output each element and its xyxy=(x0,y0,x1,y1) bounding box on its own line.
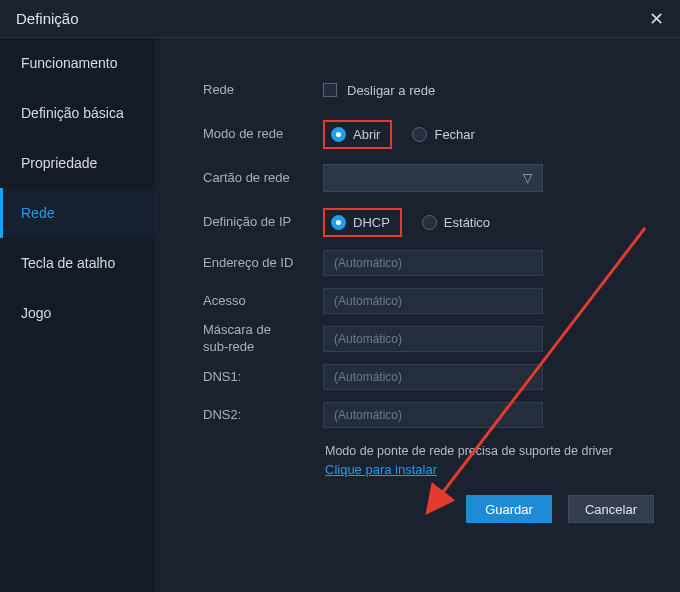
label-network-mode: Modo de rede xyxy=(203,126,323,143)
checkbox-icon xyxy=(323,83,337,97)
sidebar-item-label: Rede xyxy=(21,205,54,221)
placeholder-text: (Automático) xyxy=(334,370,402,384)
row-dns1: DNS1: (Automático) xyxy=(155,358,680,396)
sidebar-item-propriedade[interactable]: Propriedade xyxy=(0,138,155,188)
radio-label: Estático xyxy=(444,215,490,230)
dns2-input[interactable]: (Automático) xyxy=(323,402,543,428)
install-driver-link[interactable]: Clique para instalar xyxy=(325,462,437,477)
label-line2: sub-rede xyxy=(203,339,254,354)
placeholder-text: (Automático) xyxy=(334,408,402,422)
save-button[interactable]: Guardar xyxy=(466,495,552,523)
radio-label: DHCP xyxy=(353,215,390,230)
sidebar-item-funcionamento[interactable]: Funcionamento xyxy=(0,38,155,88)
sidebar-item-definicao-basica[interactable]: Definição básica xyxy=(0,88,155,138)
radio-mode-close[interactable]: Fechar xyxy=(412,127,474,142)
button-label: Guardar xyxy=(485,502,533,517)
sidebar-item-rede[interactable]: Rede xyxy=(0,188,155,238)
radio-label: Fechar xyxy=(434,127,474,142)
placeholder-text: (Automático) xyxy=(334,294,402,308)
label-access: Acesso xyxy=(203,293,323,310)
button-label: Cancelar xyxy=(585,502,637,517)
radio-dot-icon xyxy=(422,215,437,230)
row-rede: Rede Desligar a rede xyxy=(155,68,680,112)
id-address-input[interactable]: (Automático) xyxy=(323,250,543,276)
sidebar-item-jogo[interactable]: Jogo xyxy=(0,288,155,338)
close-icon[interactable]: ✕ xyxy=(649,8,664,30)
button-row: Guardar Cancelar xyxy=(155,477,680,523)
disable-network-checkbox-wrap[interactable]: Desligar a rede xyxy=(323,83,435,98)
radio-dot-icon xyxy=(412,127,427,142)
radio-mode-open[interactable]: Abrir xyxy=(331,127,380,142)
label-rede: Rede xyxy=(203,82,323,99)
label-subnet: Máscara de sub-rede xyxy=(203,322,323,356)
subnet-input[interactable]: (Automático) xyxy=(323,326,543,352)
row-subnet: Máscara de sub-rede (Automático) xyxy=(155,320,680,358)
label-line1: Máscara de xyxy=(203,322,271,337)
label-dns1: DNS1: xyxy=(203,369,323,386)
radio-label: Abrir xyxy=(353,127,380,142)
network-card-select[interactable]: ▽ xyxy=(323,164,543,192)
dialog-body: Funcionamento Definição básica Proprieda… xyxy=(0,38,680,592)
row-network-card: Cartão de rede ▽ xyxy=(155,156,680,200)
access-input[interactable]: (Automático) xyxy=(323,288,543,314)
sidebar: Funcionamento Definição básica Proprieda… xyxy=(0,38,155,592)
radio-ip-dhcp[interactable]: DHCP xyxy=(331,215,390,230)
row-id-address: Endereço de ID (Automático) xyxy=(155,244,680,282)
label-dns2: DNS2: xyxy=(203,407,323,424)
radio-dot-icon xyxy=(331,127,346,142)
row-dns2: DNS2: (Automático) xyxy=(155,396,680,434)
sidebar-item-label: Funcionamento xyxy=(21,55,118,71)
bridge-note: Modo de ponte de rede precisa de suporte… xyxy=(155,434,680,462)
radio-ip-static[interactable]: Estático xyxy=(422,215,490,230)
dns1-input[interactable]: (Automático) xyxy=(323,364,543,390)
sidebar-item-label: Jogo xyxy=(21,305,51,321)
placeholder-text: (Automático) xyxy=(334,256,402,270)
sidebar-item-tecla-de-atalho[interactable]: Tecla de atalho xyxy=(0,238,155,288)
label-id-address: Endereço de ID xyxy=(203,255,323,272)
cancel-button[interactable]: Cancelar xyxy=(568,495,654,523)
highlight-box-dhcp: DHCP xyxy=(323,208,402,237)
title-bar: Definição ✕ xyxy=(0,0,680,38)
row-access: Acesso (Automático) xyxy=(155,282,680,320)
label-ip-definition: Definição de IP xyxy=(203,214,323,231)
sidebar-item-label: Definição básica xyxy=(21,105,124,121)
content-panel: Rede Desligar a rede Modo de rede Abrir xyxy=(155,38,680,592)
placeholder-text: (Automático) xyxy=(334,332,402,346)
row-ip-definition: Definição de IP DHCP Estático xyxy=(155,200,680,244)
highlight-box-open: Abrir xyxy=(323,120,392,149)
radio-dot-icon xyxy=(331,215,346,230)
sidebar-item-label: Propriedade xyxy=(21,155,97,171)
row-network-mode: Modo de rede Abrir Fechar xyxy=(155,112,680,156)
disable-network-label: Desligar a rede xyxy=(347,83,435,98)
chevron-down-icon: ▽ xyxy=(523,171,532,185)
window-title: Definição xyxy=(16,10,79,27)
sidebar-item-label: Tecla de atalho xyxy=(21,255,115,271)
label-network-card: Cartão de rede xyxy=(203,170,323,187)
